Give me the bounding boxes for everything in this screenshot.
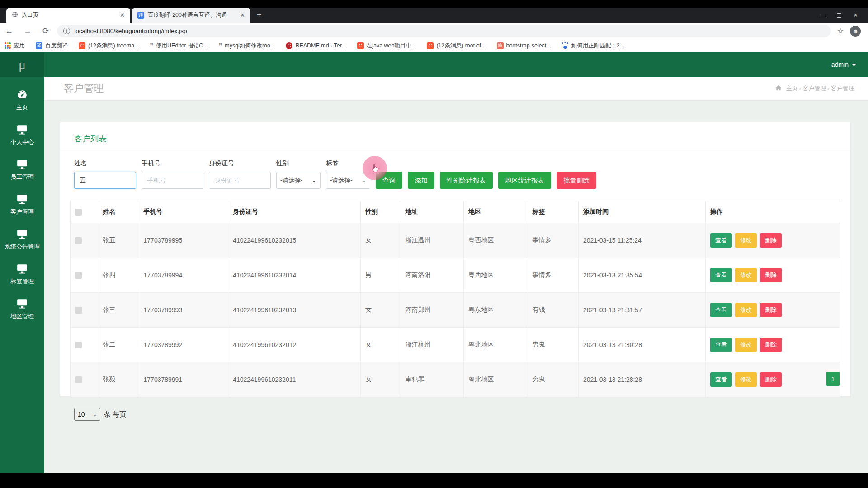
gender-select[interactable]: -请选择- ⌄ bbox=[276, 172, 321, 189]
view-button[interactable]: 查看 bbox=[710, 303, 732, 317]
sidebar-item-客户管理[interactable]: 客户管理 bbox=[0, 194, 44, 216]
gender-report-button[interactable]: 性别统计报表 bbox=[440, 172, 493, 189]
close-icon[interactable]: ✕ bbox=[853, 12, 858, 18]
tag-select[interactable]: -请选择- ⌄ bbox=[326, 172, 370, 189]
bookmark-item[interactable]: C(12条消息) root of... bbox=[427, 42, 486, 50]
sidebar-item-主页[interactable]: 主页 bbox=[0, 89, 44, 112]
name-filter-input[interactable] bbox=[74, 172, 136, 189]
cell-phone: 17703789992 bbox=[139, 328, 228, 362]
add-button[interactable]: 添加 bbox=[408, 172, 434, 189]
bookmark-label: 应用 bbox=[14, 42, 25, 50]
bookmark-item[interactable]: ❞使用UEditor 报错C... bbox=[150, 42, 208, 50]
phone-filter-input[interactable] bbox=[142, 172, 203, 189]
page-info-icon[interactable]: i bbox=[63, 28, 70, 34]
bookmark-item[interactable]: ❞mysql如何修改roo... bbox=[219, 42, 275, 50]
user-dropdown[interactable]: admin bbox=[831, 61, 856, 68]
edit-button[interactable]: 修改 bbox=[735, 233, 757, 248]
region-report-button[interactable]: 地区统计报表 bbox=[498, 172, 551, 189]
edit-button[interactable]: 修改 bbox=[735, 338, 757, 352]
chevron-down-icon: ⌄ bbox=[312, 178, 316, 183]
sidebar-item-系统公告管理[interactable]: 系统公告管理 bbox=[0, 229, 44, 251]
chevron-down-icon: ⌄ bbox=[362, 178, 366, 183]
sidebar-item-标签管理[interactable]: 标签管理 bbox=[0, 263, 44, 286]
bookmark-item[interactable]: 译百度翻译 bbox=[36, 42, 68, 50]
bookmark-item[interactable]: C(12条消息) freema... bbox=[79, 42, 139, 50]
idcard-filter-input[interactable] bbox=[209, 172, 271, 189]
row-checkbox[interactable] bbox=[75, 272, 82, 279]
delete-button[interactable]: 删除 bbox=[760, 233, 782, 248]
sidebar-item-label: 标签管理 bbox=[10, 277, 34, 286]
minimize-icon[interactable] bbox=[820, 15, 825, 15]
breadcrumb-link[interactable]: 客户管理 bbox=[831, 85, 854, 92]
sidebar-item-label: 个人中心 bbox=[10, 138, 34, 146]
sidebar-item-label: 系统公告管理 bbox=[5, 243, 40, 251]
monitor-icon bbox=[16, 194, 28, 205]
sidebar-item-员工管理[interactable]: 员工管理 bbox=[0, 159, 44, 181]
breadcrumb: 主页 › 客户管理 › 客户管理 bbox=[775, 84, 854, 93]
cell-tag: 事情多 bbox=[528, 258, 578, 293]
delete-button[interactable]: 删除 bbox=[760, 303, 782, 317]
page-number-button[interactable]: 1 bbox=[826, 372, 840, 386]
sidebar-item-地区管理[interactable]: 地区管理 bbox=[0, 298, 44, 320]
chevron-down-icon bbox=[852, 64, 856, 66]
column-header: 性别 bbox=[361, 201, 401, 223]
breadcrumb-link[interactable]: 客户管理 bbox=[802, 85, 826, 92]
maximize-icon[interactable] bbox=[837, 13, 841, 18]
bookmark-label: (12条消息) freema... bbox=[88, 42, 139, 50]
tab-close-icon[interactable]: ✕ bbox=[239, 12, 246, 19]
row-checkbox[interactable] bbox=[75, 307, 82, 314]
bookmark-item[interactable]: C在java web项目中... bbox=[357, 42, 416, 50]
globe-icon bbox=[12, 11, 18, 19]
apps-grid-icon bbox=[5, 42, 11, 49]
address-bar[interactable]: i localhost:8080/kehuguanlixitong/index.… bbox=[57, 25, 830, 37]
view-button[interactable]: 查看 bbox=[710, 338, 732, 352]
edit-button[interactable]: 修改 bbox=[735, 372, 757, 387]
row-checkbox[interactable] bbox=[75, 376, 82, 383]
browser-tab-inactive[interactable]: 译 百度翻译-200种语言互译、沟通 ✕ bbox=[132, 8, 250, 23]
bookmark-item[interactable]: GREADME.md · Ter... bbox=[286, 42, 346, 49]
dashboard-icon bbox=[16, 89, 28, 100]
tab-close-icon[interactable]: ✕ bbox=[119, 12, 126, 19]
cell-name: 张毅 bbox=[98, 362, 139, 397]
monitor-icon bbox=[16, 298, 28, 309]
delete-button[interactable]: 删除 bbox=[760, 372, 782, 387]
column-header: 手机号 bbox=[139, 201, 228, 223]
paw-icon bbox=[562, 42, 569, 49]
edit-button[interactable]: 修改 bbox=[735, 303, 757, 317]
select-all-checkbox[interactable] bbox=[75, 209, 82, 216]
per-page-select[interactable]: 10 ⌄ bbox=[74, 408, 100, 421]
row-checkbox-cell bbox=[71, 258, 98, 293]
cell-id_card: 410224199610232012 bbox=[228, 328, 361, 362]
back-icon[interactable]: ← bbox=[0, 27, 19, 36]
bookmark-item[interactable]: 应用 bbox=[5, 42, 25, 50]
page-header: 客户管理 主页 › 客户管理 › 客户管理 bbox=[44, 77, 868, 101]
new-tab-button[interactable]: + bbox=[257, 10, 262, 20]
view-button[interactable]: 查看 bbox=[710, 372, 732, 387]
delete-button[interactable]: 删除 bbox=[760, 268, 782, 282]
breadcrumb-link[interactable]: 主页 bbox=[786, 85, 798, 92]
row-actions-cell: 查看修改删除 bbox=[705, 258, 840, 293]
app-window: μ 主页个人中心员工管理客户管理系统公告管理标签管理地区管理 admin 客户管… bbox=[0, 52, 868, 473]
browser-tab-active[interactable]: 入口页 ✕ bbox=[6, 8, 130, 23]
gender-select-value: -请选择- bbox=[280, 176, 303, 184]
sidebar-item-个人中心[interactable]: 个人中心 bbox=[0, 124, 44, 146]
batch-delete-button[interactable]: 批量删除 bbox=[557, 172, 596, 189]
profile-avatar[interactable]: ☻ bbox=[850, 26, 861, 37]
edit-button[interactable]: 修改 bbox=[735, 268, 757, 282]
row-checkbox[interactable] bbox=[75, 342, 82, 348]
tag-select-value: -请选择- bbox=[330, 176, 353, 184]
forward-icon[interactable]: → bbox=[19, 27, 37, 36]
bookmarks-bar: 应用译百度翻译C(12条消息) freema...❞使用UEditor 报错C.… bbox=[0, 39, 868, 52]
view-button[interactable]: 查看 bbox=[710, 268, 732, 282]
delete-button[interactable]: 删除 bbox=[760, 338, 782, 352]
bookmark-item[interactable]: 简bootstrap-select... bbox=[497, 42, 551, 49]
column-header: 姓名 bbox=[98, 201, 139, 223]
row-actions-cell: 查看修改删除 bbox=[705, 223, 840, 258]
row-checkbox[interactable] bbox=[75, 237, 82, 244]
cell-region: 粤西地区 bbox=[464, 258, 528, 293]
view-button[interactable]: 查看 bbox=[710, 233, 732, 248]
bookmark-item[interactable]: 如何用正则匹配：2... bbox=[562, 42, 624, 50]
sidebar-item-label: 员工管理 bbox=[10, 173, 34, 181]
bookmark-star-icon[interactable]: ☆ bbox=[837, 27, 850, 35]
reload-icon[interactable]: ⟳ bbox=[37, 26, 54, 36]
